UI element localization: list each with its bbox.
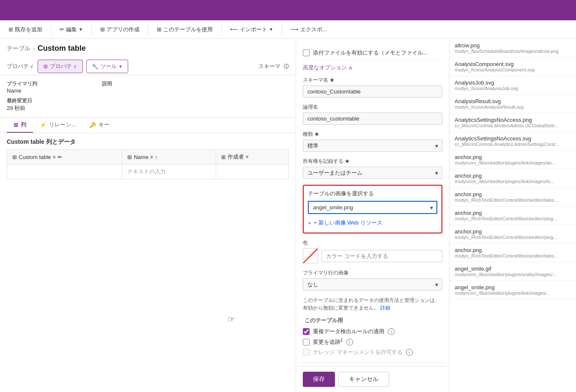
export-label: エクスポ... — [300, 26, 327, 33]
col-header-3[interactable]: ⊞ 作成者 × — [216, 150, 288, 164]
toolbar-divider-2 — [91, 25, 92, 35]
duplicate-detection-checkbox[interactable] — [303, 328, 310, 335]
toolbar-divider-5 — [282, 25, 282, 35]
edit-label: 編集 — [66, 26, 77, 33]
duplicate-detection-info-icon: i — [388, 328, 395, 335]
col-header-2[interactable]: ⊞ Name × ↑ — [122, 150, 216, 164]
export-button[interactable]: ⟶ エクスポ... — [287, 24, 330, 35]
toolbar-divider-3 — [148, 25, 148, 35]
image-select-input[interactable] — [308, 201, 437, 214]
advanced-label: 高度なオプション — [303, 64, 347, 71]
tab-keys[interactable]: 🔑 キー — [82, 118, 116, 133]
duplicate-detection-group: 重複データ検出ルールの適用 i — [303, 328, 442, 335]
col2-label: Name × ↑ — [134, 154, 157, 160]
owner-group: 所有権を記録する ★ ユーザーまたはチーム ▾ — [303, 158, 442, 179]
data-section-title: Custom table 列とデータ — [7, 138, 289, 146]
tools-button[interactable]: 🔧 ツール ▼ — [86, 60, 128, 73]
cancel-button[interactable]: キャンセル — [338, 372, 389, 387]
create-app-icon: ⊞ — [100, 26, 105, 33]
properties-label: プロパティ — [7, 63, 34, 70]
duplicate-detection-label[interactable]: 重複データ検出ルールの適用 i — [303, 328, 442, 335]
tab-relationships[interactable]: ⚡ リレーシ... — [33, 118, 82, 133]
image-select-wrapper: ▾ — [308, 201, 437, 214]
file-name: anchor.png — [455, 154, 571, 160]
nav-tabs: ⊞ 列 ⚡ リレーシ... 🔑 キー — [0, 118, 296, 133]
file-path: msdyn_/RichTextEditorControl/libs/ckedit… — [455, 197, 571, 203]
change-tracking-checkbox[interactable] — [303, 339, 310, 345]
color-input[interactable] — [321, 250, 442, 262]
advanced-toggle[interactable]: 高度なオプション ∧ — [303, 64, 442, 71]
list-item[interactable]: anchor.png msdyn_/RichTextEditorControl/… — [450, 244, 576, 262]
list-item[interactable]: altrow.png msdyn_/fps/ScheduleBoard/css/… — [450, 39, 576, 58]
color-label: 色 — [303, 239, 442, 247]
primary-col-value: Name — [7, 88, 99, 94]
file-name: anchor.png — [455, 228, 571, 235]
list-item[interactable]: AnalysisComponent.svg msdyn_/Icons/Analy… — [450, 58, 576, 76]
file-list-panel: altrow.png msdyn_/fps/ScheduleBoard/css/… — [449, 39, 576, 392]
file-path: msdyncrm_/libs/ckeditor/plugins/link/ima… — [455, 291, 571, 296]
tools-label: ツール — [100, 63, 117, 70]
logical-name-label: 論理名 — [303, 104, 442, 111]
cell-2[interactable]: テキストの入力 — [122, 164, 216, 179]
list-item[interactable]: AnalyticsSettingsNoAccess.svg cc_MscrmCo… — [450, 132, 576, 151]
breadcrumb: テーブル › Custom table — [0, 39, 296, 58]
color-swatch[interactable] — [303, 248, 318, 263]
import-icon: ⟵ — [230, 26, 238, 33]
advanced-chevron-icon: ∧ — [348, 65, 353, 71]
list-item[interactable]: AnalyticsSettingsNoAccess.png cc_MscrmCo… — [450, 113, 576, 132]
type-select[interactable]: 標準 — [303, 140, 442, 152]
new-image-button[interactable]: + + 新しい画像 Web リソース — [308, 217, 382, 228]
list-item[interactable]: angel_smile.gif msdyncrm_/libs/ckeditor/… — [450, 262, 576, 281]
import-button[interactable]: ⟵ インポート ▼ — [227, 24, 277, 35]
form-divider — [303, 362, 442, 362]
create-app-button[interactable]: ⊞ アプリの作成 — [97, 24, 143, 35]
schema-label: スキーマ — [258, 63, 280, 70]
list-item[interactable]: anchor.png msdyn_/RichTextEditorControl/… — [450, 225, 576, 244]
breadcrumb-table: テーブル — [7, 45, 30, 52]
col1-table-icon: ⊞ — [12, 154, 17, 160]
bottom-buttons: 保存 キャンセル — [296, 366, 449, 392]
knowledge-mgmt-checkbox — [303, 349, 310, 356]
file-path: cc_MscrmControls.Analytics.AdminSettings… — [455, 142, 571, 147]
properties-button[interactable]: ⚙ プロパティ — [38, 60, 83, 73]
add-existing-button[interactable]: ⊞ 既存を追加 — [5, 24, 46, 35]
primary-row-image-select[interactable]: なし — [303, 278, 442, 291]
file-name: AnalyticsSettingsNoAccess.png — [455, 117, 571, 123]
primary-row-image-group: プライマリ行の画像 なし ▾ — [303, 269, 442, 291]
owner-select[interactable]: ユーザーまたはチーム — [303, 167, 442, 179]
file-path: msdyn_/RichTextEditorControl/libs/ckedit… — [455, 235, 571, 240]
save-button[interactable]: 保存 — [303, 372, 335, 387]
table-row: テキストの入力 — [7, 164, 289, 179]
list-item[interactable]: anchor.png msdyncrm_/libs/ckeditor/plugi… — [450, 151, 576, 169]
use-table-button[interactable]: ⊞ このテーブルを使用 — [154, 24, 216, 35]
list-item[interactable]: anchor.png msdyn_/RichTextEditorControl/… — [450, 188, 576, 206]
file-path: msdyncrm_/libs/ckeditor/plugins/smiley/i… — [455, 272, 571, 277]
col-header-1[interactable]: ⊞ Custom table × ✏ — [7, 150, 122, 164]
edit-button[interactable]: ✏ 編集 ▼ — [56, 24, 86, 35]
list-item[interactable]: AnalysisResult.svg msdyn_/Icons/Analysis… — [450, 95, 576, 113]
main-layout: テーブル › Custom table プロパティ ⚙ プロパティ 🔧 ツール … — [0, 39, 576, 392]
file-path: msdyn_/Icons/AnalysisComponent.svg — [455, 67, 571, 72]
change-tracking-label[interactable]: 変更を追跡1 i — [303, 338, 442, 346]
logical-name-input[interactable] — [303, 112, 442, 125]
section-subtitle: このテーブル用 — [304, 317, 442, 324]
col3-label: 作成者 × — [228, 153, 249, 161]
last-modified-value: 29 秒前 — [7, 104, 99, 112]
schema-name-input[interactable] — [303, 85, 442, 98]
attachment-checkbox[interactable] — [303, 49, 310, 56]
knowledge-mgmt-group: ナレッジ マネージメントを許可する i — [303, 348, 442, 356]
toolbar-divider-1 — [51, 25, 51, 35]
file-path: msdyn_/RichTextEditorControl/libs/ckedit… — [455, 216, 571, 221]
primary-col-header: プライマリ列 — [7, 80, 99, 88]
change-tracking-group: 変更を追跡1 i — [303, 338, 442, 346]
list-item[interactable]: AnalysisJob.svg msdyn_/Icons/AnalysisJob… — [450, 76, 576, 95]
list-item[interactable]: angel_smile.png msdyncrm_/libs/ckeditor/… — [450, 281, 576, 299]
warning-text: このテーブルに含まれるデータの使用方法と管理ションは、有効から無効に変更できませ… — [303, 296, 442, 312]
list-item[interactable]: anchor.png msdyn_/RichTextEditorControl/… — [450, 206, 576, 225]
list-item[interactable]: anchor.png msdyncrm_/libs/ckeditor/plugi… — [450, 169, 576, 188]
tab-columns[interactable]: ⊞ 列 — [7, 118, 33, 133]
type-group: 種類 ★ 標準 ▾ — [303, 131, 442, 152]
warning-link[interactable]: 詳細 — [380, 305, 390, 311]
type-select-wrapper: 標準 ▾ — [303, 140, 442, 152]
col1-edit-icon[interactable]: ✏ — [58, 154, 62, 160]
